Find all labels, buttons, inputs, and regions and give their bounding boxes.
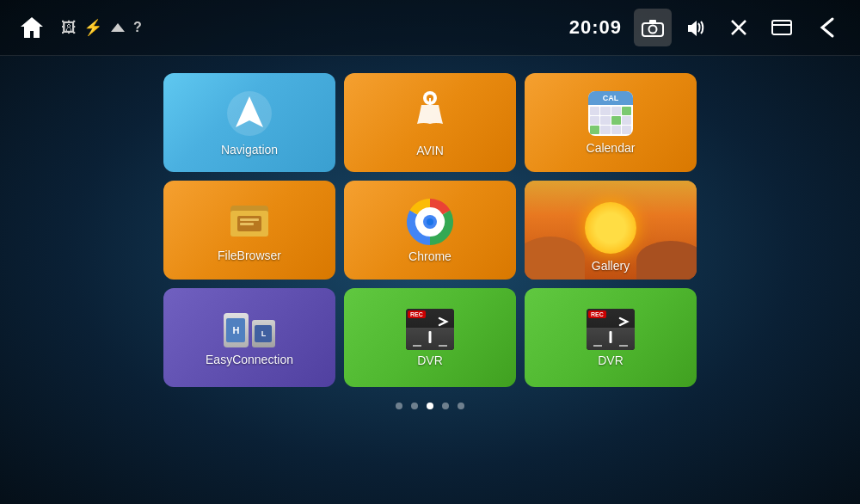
app-avin[interactable]: AVIN [344, 73, 516, 172]
easyconnection-icon: H L [224, 310, 275, 347]
app-dvr2-label: DVR [598, 353, 624, 367]
close-button[interactable] [720, 9, 758, 46]
time-display: 20:09 [569, 16, 622, 39]
app-chrome[interactable]: Chrome [344, 181, 516, 280]
question-icon: ? [133, 20, 142, 35]
avin-icon [408, 88, 452, 138]
app-dvr1-label: DVR [417, 353, 443, 367]
svg-rect-16 [240, 218, 259, 221]
navigation-icon [225, 89, 273, 138]
chrome-icon [406, 198, 454, 246]
wifi-icon [109, 19, 126, 36]
gallery-hill-left [525, 237, 585, 280]
svg-point-2 [649, 26, 657, 34]
back-button[interactable] [809, 9, 847, 46]
calendar-icon: CAL [588, 91, 633, 136]
app-dvr1[interactable]: REC DVR [344, 288, 516, 387]
svg-point-22 [427, 218, 433, 225]
dot-0[interactable] [396, 403, 402, 409]
app-navigation[interactable]: Navigation [163, 73, 335, 172]
dot-2[interactable] [427, 403, 433, 409]
svg-marker-0 [111, 23, 125, 32]
volume-button[interactable] [677, 9, 715, 46]
app-chrome-label: Chrome [408, 249, 452, 263]
gallery-sun [585, 202, 636, 254]
svg-rect-3 [649, 20, 656, 24]
filebrowser-icon [227, 199, 272, 243]
topbar: 🖼 ⚡ ? 20:09 [0, 0, 860, 56]
topbar-left: 🖼 ⚡ ? [13, 9, 407, 46]
window-button[interactable] [763, 9, 801, 46]
app-calendar-label: Calendar [587, 141, 636, 155]
app-grid: Navigation AVIN CAL [163, 73, 697, 387]
app-gallery[interactable]: Gallery [525, 181, 697, 280]
app-easyconnection-label: EasyConnection [206, 353, 293, 366]
app-dvr2[interactable]: REC DVR [525, 288, 697, 387]
app-easyconnection[interactable]: H L EasyConnection [163, 288, 335, 387]
gallery-hill-right [636, 241, 697, 280]
usb-icon: ⚡ [83, 18, 102, 37]
app-gallery-label: Gallery [592, 259, 630, 273]
dot-1[interactable] [411, 403, 418, 409]
app-filebrowser-label: FileBrowser [218, 249, 281, 262]
app-filebrowser[interactable]: FileBrowser [163, 181, 335, 280]
dvr1-icon: REC [406, 309, 454, 350]
app-grid-container: Navigation AVIN CAL [0, 56, 860, 418]
dvr2-icon: REC [587, 309, 635, 350]
app-calendar[interactable]: CAL Calendar [525, 73, 697, 172]
app-navigation-label: Navigation [221, 143, 278, 157]
topbar-right [809, 9, 847, 46]
dot-3[interactable] [442, 403, 449, 409]
svg-rect-17 [240, 223, 254, 225]
image-icon: 🖼 [61, 19, 77, 37]
page-dots [396, 403, 464, 409]
camera-button[interactable] [634, 9, 672, 46]
home-button[interactable] [13, 9, 51, 46]
topbar-center: 20:09 [407, 9, 809, 46]
status-icons: 🖼 ⚡ ? [61, 18, 142, 37]
svg-rect-6 [772, 21, 791, 34]
app-avin-label: AVIN [416, 144, 444, 157]
dot-4[interactable] [458, 403, 464, 409]
